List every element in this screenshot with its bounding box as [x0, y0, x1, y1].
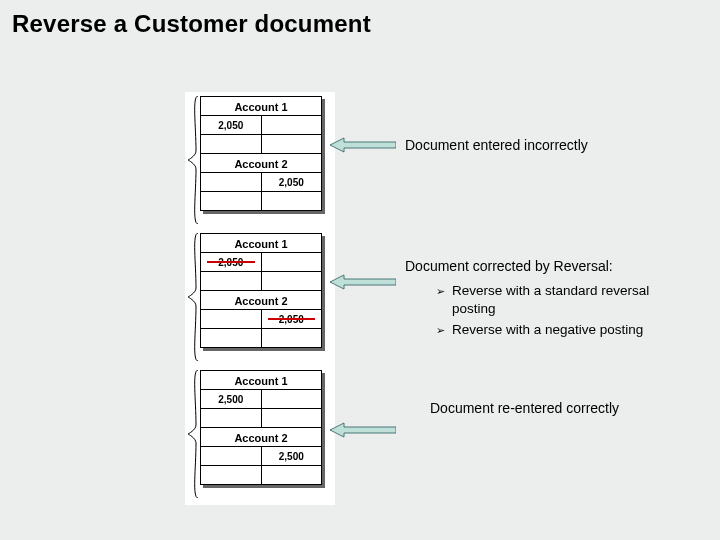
bullet-icon: ➢ [428, 284, 452, 319]
caption-reentered: Document re-entered correctly [430, 400, 619, 416]
ledger-2-acct2: Account 2 2,050 [201, 291, 321, 347]
ledger-2-acct2-right: 2,050 [262, 310, 322, 328]
bullet-text: Reverse with a negative posting [452, 321, 688, 339]
brace-icon [186, 370, 200, 498]
brace-icon [186, 233, 200, 361]
ledger-block-3: Account 1 2,500 Account 2 2,500 [200, 370, 322, 485]
ledger-2-acct2-title: Account 2 [201, 291, 321, 309]
bullet-item: ➢ Reverse with a standard reversal posti… [428, 282, 688, 317]
ledger-3-acct2: Account 2 2,500 [201, 428, 321, 484]
ledger-2-acct1-left: 2,050 [201, 253, 262, 271]
ledger-3-acct1-title: Account 1 [201, 371, 321, 389]
ledger-1-acct1-left: 2,050 [201, 116, 262, 134]
ledger-1-acct2-left [201, 173, 262, 191]
ledger-1-acct1-right [262, 116, 322, 134]
caption-reversal: Document corrected by Reversal: [405, 258, 613, 274]
ledger-block-2: Account 1 2,050 Account 2 2,050 [200, 233, 322, 348]
svg-marker-1 [330, 275, 396, 289]
ledger-3-acct2-right: 2,500 [262, 447, 322, 465]
ledger-block-1: Account 1 2,050 Account 2 2,050 [200, 96, 322, 211]
arrow-left-icon [330, 421, 396, 439]
svg-marker-0 [330, 138, 396, 152]
ledger-2-acct1-title: Account 1 [201, 234, 321, 252]
ledger-1-acct2: Account 2 2,050 [201, 154, 321, 210]
page-title: Reverse a Customer document [12, 10, 371, 38]
slide: Reverse a Customer document Account 1 2,… [0, 0, 720, 540]
ledger-1-acct2-title: Account 2 [201, 154, 321, 172]
caption-incorrect: Document entered incorrectly [405, 137, 588, 153]
ledger-1-acct1-title: Account 1 [201, 97, 321, 115]
bullet-icon: ➢ [428, 323, 452, 341]
ledger-1-acct1: Account 1 2,050 [201, 97, 321, 153]
bullet-item: ➢ Reverse with a negative posting [428, 321, 688, 339]
ledger-3-acct2-left [201, 447, 262, 465]
ledger-3-acct1: Account 1 2,500 [201, 371, 321, 427]
ledger-2-acct1: Account 1 2,050 [201, 234, 321, 290]
arrow-left-icon [330, 273, 396, 291]
ledger-3-acct1-left: 2,500 [201, 390, 262, 408]
ledger-3-acct2-title: Account 2 [201, 428, 321, 446]
ledger-3-acct1-right [262, 390, 322, 408]
reversal-bullets: ➢ Reverse with a standard reversal posti… [428, 278, 688, 339]
ledger-1-acct2-right: 2,050 [262, 173, 322, 191]
bullet-text: Reverse with a standard reversal posting [452, 282, 688, 317]
brace-icon [186, 96, 200, 224]
ledger-2-acct1-right [262, 253, 322, 271]
arrow-left-icon [330, 136, 396, 154]
ledger-2-acct2-left [201, 310, 262, 328]
svg-marker-2 [330, 423, 396, 437]
